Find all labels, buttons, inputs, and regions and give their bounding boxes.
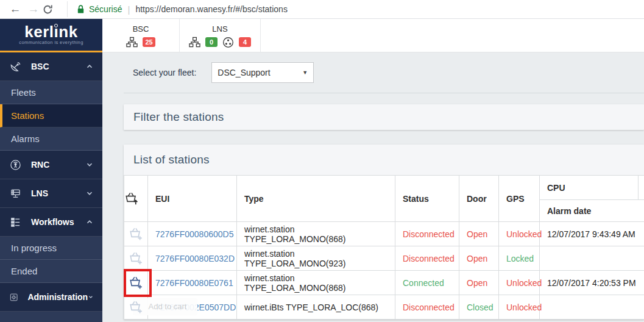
browser-back-icon[interactable]: ←	[6, 1, 24, 18]
cart-add-icon	[129, 276, 143, 290]
chevron-up-icon	[85, 218, 94, 226]
station-gps: Unlocked	[499, 222, 540, 246]
sidebar-rnc-label: RNC	[31, 160, 49, 170]
lns-ok-badge: 0	[205, 37, 218, 47]
station-door: Open	[459, 222, 499, 246]
address-bar[interactable]: Sécurisé | https://demoran.wanesy.fr/#/b…	[67, 1, 644, 17]
browser-reload-icon[interactable]	[43, 4, 61, 15]
col-header-status: Status	[395, 176, 459, 222]
station-type: wirnet.iBts TYPE_LORA_LOC(868)	[237, 295, 395, 320]
tab-bsc[interactable]: BSC 25	[102, 19, 180, 52]
sidebar-item-fleets[interactable]: Fleets	[0, 81, 102, 104]
col-header-gps: GPS	[499, 176, 540, 222]
server-host-icon	[10, 188, 21, 199]
list-panel-header: List of stations	[124, 145, 644, 175]
add-to-cart-cell[interactable]	[124, 246, 148, 271]
secure-label: Sécurisé	[89, 4, 122, 14]
tab-lns-label: LNS	[212, 24, 227, 34]
satellite-dish-icon	[10, 61, 21, 73]
station-gps: Unlocked	[499, 271, 540, 295]
sidebar-item-alarms[interactable]: Alarms	[0, 127, 102, 151]
brand-tagline: communication is everything	[19, 40, 83, 45]
cart-add-icon	[129, 227, 143, 242]
station-type: wirnet.station TYPE_LORA_MONO(868)	[237, 271, 395, 295]
station-type: wirnet.station TYPE_LORA_MONO(868)	[237, 222, 395, 246]
station-status: Disconnected	[395, 222, 459, 246]
stations-table: EUI Type Status Door GPS CPU Alarm date	[124, 175, 644, 320]
globe-dot-icon	[54, 24, 58, 27]
station-alarm-date: 12/07/2017 4:20:53 PM	[540, 271, 644, 295]
station-eui-link[interactable]: 7276FF002E0507DD	[155, 302, 236, 312]
station-eui-link[interactable]: 7276FF00080E032D	[155, 254, 235, 263]
station-status: Disconnected	[395, 246, 459, 271]
cart-export-icon	[124, 191, 139, 206]
fleet-select-label: Select your fleet:	[133, 68, 196, 77]
list-panel-title: List of stations	[133, 153, 210, 166]
station-type: wirnet.station TYPE_LORA_MONO(923)	[237, 246, 395, 271]
secure-lock-icon	[76, 4, 85, 14]
fleet-select-dropdown[interactable]: DSC_Support ▼	[211, 62, 314, 83]
sidebar-workflows-label: Workflows	[31, 217, 74, 227]
tab-lns[interactable]: LNS 0 4	[180, 19, 261, 52]
filter-panel-title: Filter the stations	[133, 110, 224, 124]
add-to-cart-cell[interactable]: Add to cart	[124, 295, 148, 320]
kerlink-logo[interactable]: kerlınk communication is everything	[0, 19, 102, 52]
col-header-alarm-date: Alarm date	[540, 200, 644, 222]
fleet-selector-row: Select your fleet: DSC_Support ▼	[102, 52, 644, 93]
chevron-down-icon	[85, 160, 94, 169]
gear-icon	[10, 292, 18, 303]
sidebar-section-bsc[interactable]: BSC	[0, 52, 102, 81]
cluster-icon	[222, 37, 234, 48]
station-alarm-date: 12/07/2017 9:43:49 AM	[540, 222, 644, 246]
tab-bsc-label: BSC	[133, 24, 149, 34]
sitemap-icon	[126, 37, 138, 48]
station-eui-link[interactable]: 7276FF00080E0761	[155, 278, 233, 288]
station-eui-link[interactable]: 7276FF00080600D5	[155, 229, 233, 239]
station-status: Disconnected	[395, 295, 459, 320]
sidebar-section-administration[interactable]: Administration	[0, 283, 102, 312]
fleet-selected-value: DSC_Support	[218, 68, 270, 77]
filter-stations-panel[interactable]: Filter the stations	[124, 104, 644, 130]
bsc-alarm-badge: 25	[143, 37, 155, 47]
station-door: Open	[459, 246, 499, 271]
table-row: 7276FF00080E032D wirnet.station TYPE_LOR…	[124, 246, 644, 271]
add-to-cart-cell[interactable]	[124, 271, 148, 295]
col-header-cut	[639, 176, 644, 200]
station-gps: Locked	[499, 246, 540, 271]
list-stations-panel: List of stations EUI Type Status Doo	[124, 145, 644, 320]
app-header: kerlınk communication is everything BSC …	[0, 19, 644, 52]
sidebar-administration-label: Administration	[27, 292, 88, 302]
workflow-list-icon	[10, 216, 21, 228]
section-divider	[124, 93, 644, 93]
cart-add-icon	[129, 251, 143, 266]
col-header-eui: EUI	[148, 176, 237, 222]
main-content: Select your fleet: DSC_Support ▼ Filter …	[102, 52, 644, 322]
table-row: 7276FF00080600D5 wirnet.station TYPE_LOR…	[124, 222, 644, 246]
top-tab-bar: BSC 25 LNS 0 4	[102, 19, 644, 52]
sidebar-item-stations[interactable]: Stations	[0, 104, 102, 127]
sidebar-item-ended[interactable]: Ended	[0, 260, 102, 283]
lns-alarm-badge: 4	[239, 37, 251, 47]
add-to-cart-cell[interactable]	[124, 222, 148, 246]
col-header-type: Type	[237, 176, 395, 222]
sidebar-section-workflows[interactable]: Workflows	[0, 208, 102, 237]
sidebar-section-lns[interactable]: LNS	[0, 179, 102, 208]
antenna-broadcast-icon	[10, 159, 21, 171]
chevron-down-icon	[85, 189, 94, 198]
sidebar: BSC Fleets Stations Alarms RNC LNS Workf…	[0, 52, 102, 322]
dropdown-arrow-icon: ▼	[302, 70, 308, 76]
sidebar-item-in-progress[interactable]: In progress	[0, 237, 102, 260]
cart-add-icon	[129, 300, 143, 315]
sitemap-icon	[189, 37, 200, 48]
station-gps: Unlocked	[499, 295, 540, 320]
sidebar-bsc-label: BSC	[31, 62, 49, 71]
export-cart-header-button[interactable]	[124, 176, 148, 222]
station-alarm-date	[540, 246, 644, 271]
table-row: Add to cart 7276FF002E0507DD wirnet.iBts…	[124, 295, 644, 320]
col-header-door: Door	[459, 176, 499, 222]
station-door: Closed	[459, 295, 499, 320]
chevron-up-icon	[85, 62, 94, 71]
browser-forward-icon[interactable]: →	[24, 1, 43, 18]
chevron-down-icon	[88, 293, 94, 301]
sidebar-section-rnc[interactable]: RNC	[0, 151, 102, 179]
